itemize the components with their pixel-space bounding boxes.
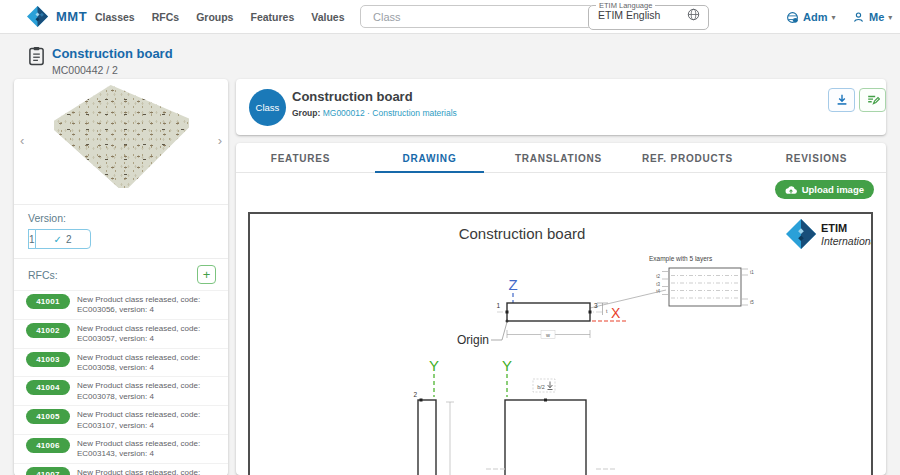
chevron-down-icon: ▾	[888, 13, 892, 22]
cloud-upload-icon	[785, 185, 797, 195]
nav-item[interactable]: Values	[311, 11, 344, 23]
origin-label: Origin	[457, 333, 489, 347]
rfcs-label: RFCs:	[28, 269, 58, 281]
rfc-row[interactable]: 41007 New Product class released, code: …	[14, 463, 228, 475]
group-label: Group:	[292, 108, 320, 118]
class-select-placeholder: Class	[373, 11, 612, 23]
drawing-canvas: Construction board ETIM International Ex…	[248, 212, 873, 475]
top-app-bar: MMT ClassesRFCsGroupsFeaturesValuesUnits…	[0, 0, 900, 34]
layer-label: t2	[656, 274, 660, 279]
rfcs-header: RFCs: +	[14, 259, 228, 290]
class-title: Construction board	[292, 89, 413, 104]
product-image	[54, 85, 189, 197]
layer-label: t1	[750, 270, 754, 275]
etim-logo-text: ETIM	[821, 222, 847, 234]
nav-item[interactable]: Classes	[95, 11, 135, 23]
rfc-description: New Product class released, code: EC0030…	[77, 294, 220, 316]
rfc-row[interactable]: 41003 New Product class released, code: …	[14, 348, 228, 377]
version-label: Version:	[28, 212, 214, 224]
upload-image-label: Upload image	[802, 184, 864, 195]
version-button[interactable]: ✓ 2	[35, 229, 91, 249]
rfc-description: New Product class released, code: EC0030…	[77, 323, 220, 345]
tab[interactable]: REVISIONS	[752, 143, 881, 173]
upload-image-button[interactable]: Upload image	[775, 180, 874, 199]
rfc-id-badge: 41002	[26, 323, 70, 338]
edit-list-icon	[866, 93, 880, 107]
dim-b2: b/2	[533, 379, 555, 392]
admin-globe-icon	[786, 11, 799, 24]
nav-item[interactable]: Features	[250, 11, 294, 23]
rfc-id-badge: 41001	[26, 294, 70, 309]
rfc-description: New Product class released, code: EC0030…	[77, 352, 220, 374]
version-section: Version: 1 ✓ 2	[14, 205, 228, 258]
etim-language-field[interactable]: ETIM Language ETIM English	[588, 1, 709, 30]
admin-menu[interactable]: Adm ▾	[786, 0, 835, 34]
group-line: Group: MG000012 · Construction materials	[292, 108, 457, 118]
rfc-row[interactable]: 41001 New Product class released, code: …	[14, 290, 228, 319]
edit-list-button[interactable]	[859, 88, 886, 112]
rfc-row[interactable]: 41006 New Product class released, code: …	[14, 434, 228, 463]
download-button[interactable]	[828, 88, 855, 112]
left-panel: ‹ › Version: 1 ✓ 2	[14, 79, 228, 475]
tab[interactable]: TRANSLATIONS	[494, 143, 623, 173]
point-2-label: 2	[413, 391, 417, 398]
rfc-id-badge: 41004	[26, 380, 70, 395]
group-link[interactable]: MG000012 · Construction materials	[323, 108, 457, 118]
rfc-row[interactable]: 41004 New Product class released, code: …	[14, 376, 228, 405]
board-top-view-narrow	[418, 400, 436, 475]
carousel-next-button[interactable]: ›	[218, 133, 222, 148]
axis-y-label: Y	[429, 357, 439, 374]
page-title: Construction board	[52, 46, 173, 61]
point-1-label: 1	[496, 302, 500, 309]
tab[interactable]: DRAWING	[365, 143, 494, 173]
check-icon: ✓	[54, 234, 62, 245]
technical-drawing: Construction board ETIM International Ex…	[250, 214, 871, 475]
user-menu-label: Me	[869, 11, 884, 23]
user-menu[interactable]: Me ▾	[852, 0, 892, 34]
version-number: 1	[29, 234, 35, 245]
admin-menu-label: Adm	[803, 11, 827, 23]
app-root: MMT ClassesRFCsGroupsFeaturesValuesUnits…	[0, 0, 900, 475]
tab[interactable]: FEATURES	[236, 143, 365, 173]
rfc-description: New Product class released, code: EC0031…	[77, 409, 220, 431]
clipboard-icon	[28, 46, 45, 66]
dim-w-label: w	[545, 332, 550, 338]
rfc-row[interactable]: 41002 New Product class released, code: …	[14, 319, 228, 348]
mmt-logo[interactable]: MMT	[27, 6, 87, 27]
drawing-title: Construction board	[459, 225, 586, 242]
rfc-id-badge: 41006	[26, 438, 70, 453]
board-front-view	[505, 400, 586, 475]
tab-bar: FEATURES DRAWING TRANSLATIONS REF. PRODU…	[236, 143, 886, 173]
layer-label: t5	[750, 300, 754, 305]
example-title: Example with 5 layers	[649, 255, 713, 263]
tab[interactable]: REF. PRODUCTS	[623, 143, 752, 173]
axis-x-label: X	[611, 305, 621, 321]
axis-z-label: Z	[508, 276, 517, 293]
rfc-description: New Product class released, code: EC0030…	[77, 380, 220, 402]
dim-t-label: t	[606, 308, 608, 314]
mmt-diamond-icon	[27, 6, 48, 27]
page-code: MC000442 / 2	[52, 64, 173, 76]
brand-name: MMT	[56, 9, 87, 24]
layer-label: t3	[656, 282, 660, 287]
nav-item[interactable]: Groups	[196, 11, 233, 23]
version-toggle-group: 1 ✓ 2	[28, 229, 91, 249]
download-icon	[835, 93, 849, 107]
version-number: 2	[66, 234, 72, 245]
rfc-description: New Product class released, code: EC0032…	[77, 467, 220, 475]
class-search-select[interactable]: Class ▾	[360, 5, 627, 28]
rfc-id-badge: 41005	[26, 409, 70, 424]
add-rfc-button[interactable]: +	[197, 265, 216, 284]
carousel-prev-button[interactable]: ‹	[20, 133, 24, 148]
class-header-card: Class Construction board Group: MG000012…	[236, 79, 886, 135]
dim-height-line	[446, 402, 454, 475]
rfc-list: 41001 New Product class released, code: …	[14, 290, 228, 475]
etim-international-logo: ETIM International	[786, 219, 871, 249]
image-carousel: ‹ ›	[14, 79, 228, 204]
etim-logo-subtext: International	[821, 235, 871, 247]
rfc-description: New Product class released, code: EC0031…	[77, 438, 220, 460]
rfc-row[interactable]: 41005 New Product class released, code: …	[14, 405, 228, 434]
layer-example-diagram: Example with 5 layers t2	[649, 255, 754, 306]
nav-item[interactable]: RFCs	[152, 11, 179, 23]
origin-leader	[491, 322, 507, 340]
